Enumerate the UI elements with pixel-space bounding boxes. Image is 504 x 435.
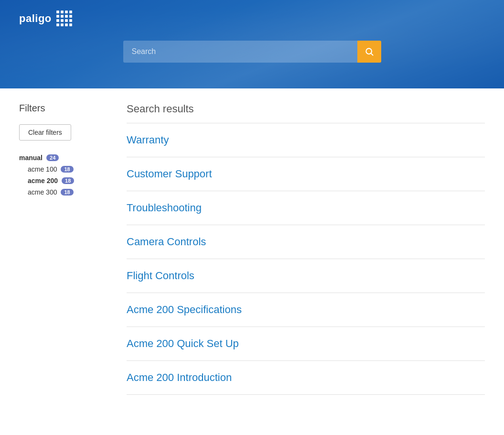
logo: paligo: [19, 11, 73, 27]
logo-dot: [61, 11, 64, 13]
filter-label-acme100: acme 100: [28, 165, 57, 173]
result-item: Acme 200 Introduction: [127, 360, 485, 395]
logo-dot: [69, 19, 72, 22]
logo-dot: [61, 15, 64, 18]
result-item: Acme 200 Specifications: [127, 293, 485, 326]
search-input[interactable]: [123, 41, 357, 63]
filters-title: Filters: [19, 103, 107, 114]
results-list: WarrantyCustomer SupportTroubleshootingC…: [127, 123, 485, 395]
result-link-acme-200-specifications[interactable]: Acme 200 Specifications: [127, 304, 242, 315]
logo-dot: [65, 15, 68, 18]
logo-dot: [56, 19, 59, 22]
result-link-warranty[interactable]: Warranty: [127, 134, 169, 146]
logo-dot: [56, 23, 59, 26]
result-link-acme-200-introduction[interactable]: Acme 200 Introduction: [127, 371, 232, 383]
filter-badge-manual: 24: [46, 154, 59, 161]
filter-item-acme100[interactable]: acme 100 18: [19, 163, 107, 175]
logo-dot: [61, 23, 64, 26]
result-item: Camera Controls: [127, 225, 485, 259]
result-link-camera-controls[interactable]: Camera Controls: [127, 236, 206, 248]
search-button[interactable]: [357, 41, 381, 63]
filter-badge-acme300: 18: [61, 189, 73, 196]
logo-dot: [65, 19, 68, 22]
result-item: Troubleshooting: [127, 191, 485, 225]
result-link-customer-support[interactable]: Customer Support: [127, 168, 212, 180]
results-title: Search results: [127, 103, 485, 115]
filter-item-acme200[interactable]: acme 200 18: [19, 175, 107, 186]
logo-dot: [56, 15, 59, 18]
sidebar: Filters Clear filters manual 24 acme 100…: [19, 103, 107, 416]
filter-label-manual: manual: [19, 154, 43, 162]
logo-dot: [65, 23, 68, 26]
filter-label-acme300: acme 300: [28, 188, 57, 196]
result-link-flight-controls[interactable]: Flight Controls: [127, 270, 194, 282]
logo-text: paligo: [19, 12, 52, 25]
result-item: Flight Controls: [127, 259, 485, 293]
filter-item-acme300[interactable]: acme 300 18: [19, 186, 107, 198]
header-content: paligo: [0, 0, 504, 88]
logo-dot: [69, 15, 72, 18]
logo-dots: [56, 11, 73, 27]
result-item: Customer Support: [127, 157, 485, 191]
results-area: Search results WarrantyCustomer SupportT…: [127, 103, 485, 416]
result-link-troubleshooting[interactable]: Troubleshooting: [127, 202, 202, 214]
header: paligo: [0, 0, 504, 88]
logo-dot: [56, 11, 59, 13]
main-content: Filters Clear filters manual 24 acme 100…: [0, 88, 504, 435]
search-bar: [123, 41, 381, 63]
search-icon: [365, 47, 374, 56]
svg-line-1: [371, 53, 373, 55]
filter-badge-acme200: 18: [62, 177, 74, 184]
filter-list: manual 24 acme 100 18 acme 200 18 acme 3…: [19, 152, 107, 198]
logo-dot: [65, 11, 68, 13]
clear-filters-button[interactable]: Clear filters: [19, 124, 71, 141]
result-item: Acme 200 Quick Set Up: [127, 326, 485, 360]
result-link-acme-200-quick-set-up[interactable]: Acme 200 Quick Set Up: [127, 337, 239, 349]
filter-badge-acme100: 18: [61, 166, 73, 173]
filter-label-acme200: acme 200: [28, 177, 58, 185]
logo-dot: [69, 23, 72, 26]
filter-item-manual[interactable]: manual 24: [19, 152, 107, 163]
logo-dot: [61, 19, 64, 22]
logo-dot: [69, 11, 72, 13]
result-item: Warranty: [127, 123, 485, 157]
